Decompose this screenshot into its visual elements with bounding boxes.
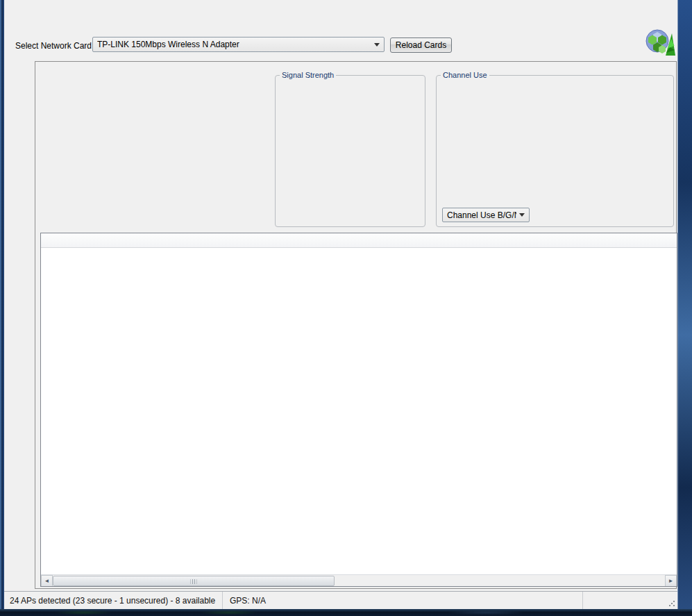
network-card-select[interactable]: TP-LINK 150Mbps Wireless N Adapter	[92, 37, 385, 52]
status-spacer	[582, 592, 677, 609]
desktop-wallpaper-bottom	[0, 609, 692, 616]
ap-table: ◄ ►	[40, 233, 677, 587]
desktop-edge-left	[0, 0, 4, 609]
table-empty-area	[41, 248, 677, 574]
toolbar	[4, 13, 677, 36]
desktop-wallpaper-right	[678, 0, 692, 609]
channel-use-mode-value: Channel Use B/G/N	[447, 210, 516, 220]
scroll-right-arrow-icon[interactable]: ►	[665, 575, 677, 587]
select-network-card-label: Select Network Card	[15, 41, 92, 51]
chevron-down-icon	[519, 213, 525, 217]
summary-panel: Signal Strength Channel Use Channel Use …	[35, 61, 677, 589]
status-bar: 24 APs detected (23 secure - 1 unsecured…	[4, 591, 677, 609]
channel-use-group: Channel Use Channel Use B/G/N	[436, 71, 674, 227]
channel-use-mode-select[interactable]: Channel Use B/G/N	[442, 208, 530, 222]
app-logo-icon	[644, 25, 676, 57]
scrollbar-track[interactable]	[53, 575, 665, 587]
horizontal-scrollbar[interactable]: ◄ ►	[41, 574, 677, 586]
channel-use-title: Channel Use	[441, 71, 489, 79]
scrollbar-thumb[interactable]	[53, 576, 335, 586]
scrollbar-grip-icon	[190, 579, 196, 584]
desktop: Select Network Card TP-LINK 150Mbps Wire…	[0, 0, 692, 616]
resize-grip[interactable]	[668, 600, 675, 607]
status-gps-text: GPS: N/A	[222, 592, 582, 609]
menu-bar	[4, 0, 677, 13]
scroll-left-arrow-icon[interactable]: ◄	[41, 575, 53, 587]
status-aps-text: 24 APs detected (23 secure - 1 unsecured…	[4, 596, 222, 606]
table-header	[41, 233, 677, 248]
chevron-down-icon	[374, 43, 380, 47]
network-card-value: TP-LINK 150Mbps Wireless N Adapter	[97, 40, 371, 49]
app-window: Select Network Card TP-LINK 150Mbps Wire…	[4, 0, 678, 609]
signal-strength-group: Signal Strength	[275, 71, 425, 227]
signal-strength-title: Signal Strength	[280, 71, 336, 79]
signal-strength-chart	[280, 92, 421, 223]
reload-cards-button[interactable]: Reload Cards	[390, 38, 452, 53]
